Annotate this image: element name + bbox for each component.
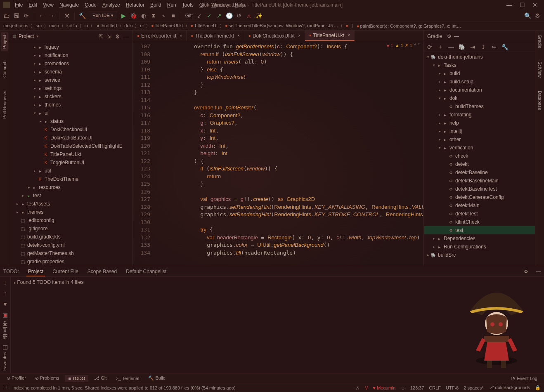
tree-node[interactable]: ▸settings bbox=[9, 84, 132, 92]
breadcrumb-item[interactable]: kotlin bbox=[65, 23, 83, 29]
hide-icon[interactable]: — bbox=[123, 33, 129, 39]
left-tab-commit[interactable]: Commit bbox=[1, 59, 8, 80]
gradle-node[interactable]: ⚙detektGenerateConfig bbox=[424, 193, 535, 201]
gradle-node[interactable]: ⚙check bbox=[424, 152, 535, 160]
gradle-node[interactable]: ▸doki bbox=[424, 94, 535, 102]
tw-toggle-icon[interactable]: ☐ bbox=[3, 385, 7, 390]
menu-code[interactable]: Code bbox=[82, 1, 99, 9]
tree-node[interactable]: KTitlePaneUI.kt bbox=[9, 150, 132, 158]
open-icon[interactable]: 🗁 bbox=[3, 12, 10, 19]
tree-node[interactable]: ▸themes bbox=[9, 101, 132, 109]
gear-icon[interactable]: ⚙ bbox=[115, 33, 121, 39]
gradle-node[interactable]: ▸Tasks bbox=[424, 61, 535, 69]
tree-node[interactable]: ▸test bbox=[9, 191, 132, 200]
gradle-tree[interactable]: 🐘doki-theme-jetbrains▸Tasks▸build▸build … bbox=[424, 52, 535, 266]
run-icon[interactable]: ▶ bbox=[121, 12, 127, 19]
gradle-node[interactable]: ⚙buildThemes bbox=[424, 102, 535, 111]
hammer-icon[interactable]: 🔨 bbox=[79, 12, 85, 19]
tree-node[interactable]: ▸ui bbox=[9, 109, 132, 117]
breadcrumb-item[interactable]: main bbox=[47, 23, 65, 29]
weak-warning-badge[interactable]: ✗ 1 bbox=[405, 43, 412, 48]
tree-node[interactable]: ⬚getMasterThemes.sh bbox=[9, 249, 132, 257]
branch-icon[interactable]: ⎇ dokiBackgrounds bbox=[489, 385, 530, 390]
gradle-node[interactable]: ⚙detektTest bbox=[424, 210, 535, 218]
select-open-icon[interactable]: ⇱ bbox=[99, 33, 104, 39]
tree-node[interactable]: ▸util bbox=[9, 167, 132, 175]
minimize-icon[interactable]: — bbox=[506, 2, 512, 8]
menu-analyze[interactable]: Analyze bbox=[100, 1, 123, 9]
expand-icon[interactable]: ⇲ bbox=[107, 33, 113, 39]
tool-window-terminal[interactable]: >_ Terminal bbox=[112, 375, 142, 382]
gradle-node[interactable]: ▸formatting bbox=[424, 111, 535, 119]
todo-tab[interactable]: Default Changelist bbox=[124, 267, 168, 276]
breadcrumb-item[interactable]: ● bbox=[344, 23, 355, 29]
link-icon[interactable]: ↧ bbox=[480, 44, 487, 50]
gradle-node[interactable]: ⚙detekt bbox=[424, 160, 535, 168]
theme-v-icon[interactable]: V bbox=[365, 385, 368, 390]
breadcrumb-item[interactable]: unthrottled bbox=[94, 23, 123, 29]
gradle-node[interactable]: ▸Run Configurations bbox=[424, 243, 535, 251]
tree-node[interactable]: ▸promotions bbox=[9, 59, 132, 68]
tree-node[interactable]: ▸service bbox=[9, 76, 132, 84]
theme-name[interactable]: ♥ Megumin bbox=[373, 385, 396, 390]
git-update-icon[interactable]: ↙ bbox=[196, 12, 203, 19]
tool-window-profiler[interactable]: ⊙ Profiler bbox=[3, 375, 29, 382]
gradle-node[interactable]: ⚙detektBaseline bbox=[424, 168, 535, 177]
attach-icon[interactable]: ⌁ bbox=[160, 12, 167, 19]
coverage-icon[interactable]: ◐ bbox=[140, 12, 147, 19]
forward-icon[interactable]: → bbox=[48, 12, 55, 19]
menu-tools[interactable]: Tools bbox=[180, 1, 196, 9]
left-tab-project[interactable]: Project bbox=[1, 32, 8, 51]
right-tab-database[interactable]: Database bbox=[537, 88, 543, 113]
ai-status-icon[interactable]: ⩑ bbox=[355, 385, 360, 390]
left-tab-favorites[interactable]: Favorites bbox=[1, 349, 8, 373]
editor-code[interactable]: override fun getBorderInsets(c: Componen… bbox=[154, 41, 423, 266]
encoding[interactable]: UTF-8 bbox=[446, 385, 459, 390]
tree-node[interactable]: ▸themes bbox=[9, 208, 132, 216]
search-icon[interactable]: 🔍 bbox=[524, 12, 531, 19]
caret-position[interactable]: 123:37 bbox=[410, 385, 424, 390]
gradle-node[interactable]: ▸build bbox=[424, 69, 535, 78]
remove-icon[interactable]: — bbox=[448, 44, 454, 50]
preview-icon[interactable]: ▣ bbox=[2, 312, 9, 318]
close-icon[interactable]: ✕ bbox=[532, 2, 537, 8]
todo-tab[interactable]: Project bbox=[26, 267, 45, 276]
hide-icon[interactable]: — bbox=[454, 33, 459, 39]
editor-tab[interactable]: ●TitlePaneUI.kt× bbox=[305, 31, 355, 41]
breadcrumb-item[interactable]: ●TitlePaneUI.kt bbox=[149, 23, 189, 29]
tree-node[interactable]: ⬚.gitignore bbox=[9, 224, 132, 233]
tool-window-git[interactable]: ⎇ Git bbox=[91, 375, 110, 382]
error-badge[interactable]: ● 1 bbox=[387, 43, 393, 48]
git-push-icon[interactable]: ↗ bbox=[216, 12, 222, 19]
tree-node[interactable]: KToggleButtonUI bbox=[9, 158, 132, 167]
down-icon[interactable]: ↓ bbox=[2, 279, 9, 286]
gradle-node[interactable]: 🐘buildSrc bbox=[424, 251, 535, 259]
tree-node[interactable]: KDokiTableSelectedCellHighlightE bbox=[9, 142, 132, 150]
hide-icon[interactable]: — bbox=[536, 269, 541, 274]
left-tab-structure[interactable]: Structure bbox=[1, 319, 8, 342]
gear-icon[interactable]: ⚙ bbox=[524, 269, 528, 274]
close-tab-icon[interactable]: × bbox=[298, 33, 300, 38]
right-tab-sciview[interactable]: SciView bbox=[537, 59, 543, 80]
settings-icon[interactable]: ⚙ bbox=[534, 12, 541, 19]
sync-icon[interactable]: ⟳ bbox=[23, 12, 30, 19]
event-log-button[interactable]: ◔ Event Log bbox=[508, 375, 541, 382]
right-tab-gradle[interactable]: Gradle bbox=[537, 32, 543, 51]
tree-node[interactable]: ⬚.editorconfig bbox=[9, 216, 132, 224]
close-tab-icon[interactable]: × bbox=[237, 33, 240, 38]
debug-icon[interactable]: 🐞 bbox=[130, 12, 137, 19]
add-icon[interactable]: ＋ bbox=[437, 44, 444, 50]
emoji-icon[interactable]: ☺ bbox=[400, 385, 405, 390]
filter-icon[interactable]: ▼ bbox=[2, 301, 9, 307]
magic-icon[interactable]: ✨ bbox=[255, 12, 262, 19]
run-task-icon[interactable]: ⇥ bbox=[469, 44, 476, 50]
tree-node[interactable]: KTheDokiTheme bbox=[9, 175, 132, 183]
tree-node[interactable]: ▸status bbox=[9, 117, 132, 125]
tree-node[interactable]: ▸stickers bbox=[9, 92, 132, 101]
offline-icon[interactable]: ⇋ bbox=[491, 44, 497, 50]
editor-tab[interactable]: ●ErrorReporter.kt× bbox=[133, 31, 187, 41]
gradle-node[interactable]: ▸intellij bbox=[424, 127, 535, 135]
tree-node[interactable]: ▸schema bbox=[9, 68, 132, 76]
tree-node[interactable]: ▸legacy bbox=[9, 43, 132, 51]
tree-node[interactable]: ▸notification bbox=[9, 51, 132, 59]
